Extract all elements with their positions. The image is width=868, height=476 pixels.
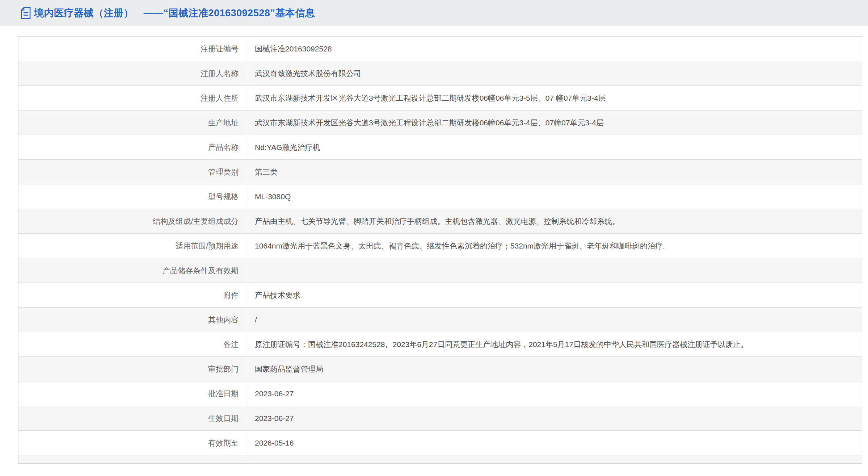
registration-table-body: 注册证编号 国械注准20163092528 注册人名称 武汉奇致激光技术股份有限… [18,37,862,464]
field-value [249,455,862,464]
field-label: 备注 [18,332,249,357]
field-label: 其他内容 [18,308,249,332]
table-row: 批准日期 2023-06-27 [18,381,862,406]
field-value: 2026-05-16 [249,431,862,455]
table-row [18,455,862,464]
field-label: 结构及组成/主要组成成分 [18,209,249,234]
page-title: 境内医疗器械（注册） ——“国械注准20163092528”基本信息 [34,7,315,20]
field-label [18,455,249,464]
field-value: Nd:YAG激光治疗机 [249,135,862,160]
field-label: 附件 [18,283,249,308]
field-value: 1064nm激光用于蓝黑色文身、太田痣、褐青色痣、继发性色素沉着的治疗；532n… [249,234,862,258]
registration-info-section: 注册证编号 国械注准20163092528 注册人名称 武汉奇致激光技术股份有限… [18,36,868,464]
field-value: / [249,308,862,332]
field-label: 审批部门 [18,357,249,381]
field-value: 武汉市东湖新技术开发区光谷大道3号激光工程设计总部二期研发楼06幢06单元3-5… [249,86,862,110]
field-label: 型号规格 [18,184,249,209]
table-row: 管理类别 第三类 [18,160,862,184]
field-value: 第三类 [249,160,862,184]
page: 境内医疗器械（注册） ——“国械注准20163092528”基本信息 注册证编号… [0,0,868,476]
table-row: 注册证编号 国械注准20163092528 [18,37,862,61]
field-label: 注册人住所 [18,86,249,110]
field-value: 武汉市东湖新技术开发区光谷大道3号激光工程设计总部二期研发楼06幢06单元3-4… [249,110,862,135]
field-label: 注册证编号 [18,37,249,61]
field-value: ML-3080Q [249,184,862,209]
field-value: 国械注准20163092528 [249,37,862,61]
table-row: 产品储存条件及有效期 [18,258,862,283]
field-label: 生效日期 [18,406,249,431]
field-value: 2023-06-27 [249,381,862,406]
table-row: 生产地址 武汉市东湖新技术开发区光谷大道3号激光工程设计总部二期研发楼06幢06… [18,110,862,135]
table-row: 结构及组成/主要组成成分 产品由主机、七关节导光臂、脚踏开关和治疗手柄组成。主机… [18,209,862,234]
field-value: 产品技术要求 [249,283,862,308]
field-value: 原注册证编号：国械注准20163242528。2023年6月27日同意更正生产地… [249,332,862,357]
field-label: 生产地址 [18,110,249,135]
page-header: 境内医疗器械（注册） ——“国械注准20163092528”基本信息 [0,0,868,26]
field-value [249,258,862,283]
registration-table: 注册证编号 国械注准20163092528 注册人名称 武汉奇致激光技术股份有限… [18,36,862,464]
table-row: 适用范围/预期用途 1064nm激光用于蓝黑色文身、太田痣、褐青色痣、继发性色素… [18,234,862,258]
field-value: 国家药品监督管理局 [249,357,862,381]
field-label: 适用范围/预期用途 [18,234,249,258]
field-label: 管理类别 [18,160,249,184]
table-row: 其他内容 / [18,308,862,332]
table-row: 型号规格 ML-3080Q [18,184,862,209]
field-value: 武汉奇致激光技术股份有限公司 [249,61,862,86]
table-row: 注册人名称 武汉奇致激光技术股份有限公司 [18,61,862,86]
field-label: 产品储存条件及有效期 [18,258,249,283]
field-value: 产品由主机、七关节导光臂、脚踏开关和治疗手柄组成。主机包含激光器、激光电源、控制… [249,209,862,234]
table-row: 附件 产品技术要求 [18,283,862,308]
field-label: 产品名称 [18,135,249,160]
field-value: 2023-06-27 [249,406,862,431]
document-icon [20,7,31,20]
field-label: 注册人名称 [18,61,249,86]
field-label: 批准日期 [18,381,249,406]
table-row: 生效日期 2023-06-27 [18,406,862,431]
table-row: 注册人住所 武汉市东湖新技术开发区光谷大道3号激光工程设计总部二期研发楼06幢0… [18,86,862,110]
table-row: 有效期至 2026-05-16 [18,431,862,455]
field-label: 有效期至 [18,431,249,455]
table-row: 产品名称 Nd:YAG激光治疗机 [18,135,862,160]
table-row: 审批部门 国家药品监督管理局 [18,357,862,381]
table-row: 备注 原注册证编号：国械注准20163242528。2023年6月27日同意更正… [18,332,862,357]
